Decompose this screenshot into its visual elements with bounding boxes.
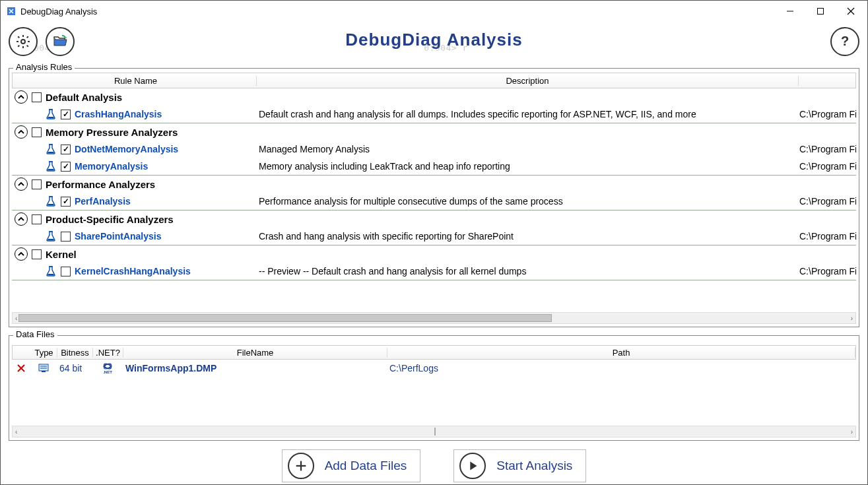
add-data-files-label: Add Data Files: [325, 459, 407, 473]
rule-checkbox[interactable]: [61, 110, 71, 119]
analysis-rules-label: Analysis Rules: [13, 62, 75, 72]
bottom-toolbar: Add Data Files Start Analysis: [1, 447, 867, 484]
files-col-type[interactable]: Type: [31, 348, 57, 358]
plus-icon: [288, 453, 314, 479]
rule-checkbox[interactable]: [61, 232, 71, 242]
svg-text:?: ?: [841, 34, 849, 48]
files-horizontal-scrollbar[interactable]: ‹ ›: [12, 426, 856, 437]
collapse-icon[interactable]: [15, 125, 28, 139]
group-name: Default Analysis: [46, 92, 122, 103]
files-col-net[interactable]: .NET?: [93, 348, 123, 358]
app-icon: [6, 6, 17, 16]
flask-icon: [45, 230, 57, 242]
rule-name-link[interactable]: PerfAnalysis: [75, 196, 131, 207]
rules-col-name[interactable]: Rule Name: [13, 76, 257, 86]
collapse-icon[interactable]: [15, 178, 28, 191]
rule-description: Default crash and hang analysis for all …: [256, 109, 799, 119]
group-checkbox[interactable]: [32, 92, 42, 102]
flask-icon: [45, 265, 57, 277]
file-name-link[interactable]: WinFormsApp1.DMP: [125, 363, 217, 373]
flask-icon: [45, 143, 57, 155]
play-icon: [459, 453, 486, 479]
rules-horizontal-scrollbar[interactable]: ‹ ›: [12, 312, 856, 324]
rule-name-link[interactable]: SharePointAnalysis: [75, 231, 162, 242]
rule-row[interactable]: CrashHangAnalysisDefault crash and hang …: [12, 106, 856, 123]
rule-row[interactable]: SharePointAnalysisCrash and hang analysi…: [12, 228, 856, 245]
svg-text:.NET: .NET: [103, 370, 112, 374]
titlebar: DebugDiag Analysis: [1, 1, 867, 22]
rule-description: Memory analysis including LeakTrack and …: [256, 161, 799, 172]
rule-group-header[interactable]: Product-Specific Analyzers: [12, 210, 856, 228]
rule-path: C:\Program Fi: [799, 161, 856, 172]
rules-header: Rule Name Description: [12, 73, 856, 88]
flask-icon: [45, 195, 57, 207]
group-name: Kernel: [46, 249, 77, 260]
banner: 0:004> r 0:004> r eax=024cca00 ebx=024cc…: [1, 22, 867, 61]
rule-group-header[interactable]: Performance Analyzers: [12, 176, 856, 193]
file-path: C:\PerfLogs: [387, 363, 856, 373]
rule-description: -- Preview -- Default crash and hang ana…: [256, 266, 799, 276]
group-checkbox[interactable]: [32, 214, 42, 224]
rule-group-header[interactable]: Kernel: [12, 245, 856, 263]
rule-row[interactable]: DotNetMemoryAnalysisManaged Memory Analy…: [12, 141, 856, 158]
rule-checkbox[interactable]: [61, 267, 71, 276]
rule-path: C:\Program Fi: [799, 266, 856, 276]
rule-name-link[interactable]: CrashHangAnalysis: [75, 109, 162, 119]
rule-name-link[interactable]: DotNetMemoryAnalysis: [75, 144, 178, 154]
rule-name-link[interactable]: MemoryAnalysis: [75, 161, 148, 172]
add-data-files-button[interactable]: Add Data Files: [282, 449, 421, 482]
rule-description: Performance analysis for multiple consec…: [256, 196, 799, 207]
flask-icon: [45, 160, 57, 172]
files-header: Type Bitness .NET? FileName Path: [12, 345, 856, 360]
file-row[interactable]: 64 bit.NETWinFormsApp1.DMPC:\PerfLogs: [12, 360, 856, 377]
group-checkbox[interactable]: [32, 127, 42, 137]
rules-col-desc[interactable]: Description: [257, 76, 799, 86]
rule-path: C:\Program Fi: [799, 144, 856, 154]
analysis-rules-section: Analysis Rules Rule Name Description Def…: [9, 68, 859, 327]
rule-row[interactable]: MemoryAnalysisMemory analysis including …: [12, 158, 856, 175]
group-name: Product-Specific Analyzers: [46, 214, 174, 225]
rule-path: C:\Program Fi: [799, 196, 856, 207]
collapse-icon[interactable]: [15, 247, 28, 261]
help-button[interactable]: ?: [830, 27, 859, 56]
rule-checkbox[interactable]: [61, 197, 71, 207]
rule-path: C:\Program Fi: [799, 109, 856, 119]
close-button[interactable]: [836, 1, 866, 21]
data-files-section: Data Files Type Bitness .NET? FileName P…: [9, 335, 859, 441]
group-checkbox[interactable]: [32, 249, 42, 259]
rule-group-header[interactable]: Memory Pressure Analyzers: [12, 123, 856, 141]
file-net-icon: .NET: [92, 362, 123, 374]
start-analysis-label: Start Analysis: [496, 459, 572, 473]
rule-group-header[interactable]: Default Analysis: [12, 88, 856, 106]
data-files-label: Data Files: [13, 329, 57, 339]
minimize-button[interactable]: [775, 1, 805, 21]
window-title: DebugDiag Analysis: [20, 7, 97, 16]
start-analysis-button[interactable]: Start Analysis: [453, 449, 586, 482]
files-col-bitness[interactable]: Bitness: [57, 348, 93, 358]
group-name: Performance Analyzers: [46, 179, 155, 190]
group-name: Memory Pressure Analyzers: [46, 127, 178, 138]
rule-row[interactable]: KernelCrashHangAnalysis -- Preview -- De…: [12, 263, 856, 280]
rule-description: Managed Memory Analysis: [256, 144, 799, 154]
banner-title: DebugDiag Analysis: [345, 30, 522, 50]
files-col-path[interactable]: Path: [387, 348, 855, 358]
rule-name-link[interactable]: KernelCrashHangAnalysis: [75, 266, 191, 276]
rule-description: Crash and hang analysis with specific re…: [256, 231, 799, 242]
svg-point-5: [21, 40, 25, 44]
rule-checkbox[interactable]: [61, 145, 71, 154]
rule-row[interactable]: PerfAnalysisPerformance analysis for mul…: [12, 193, 856, 210]
collapse-icon[interactable]: [15, 90, 28, 104]
settings-button[interactable]: [9, 27, 38, 56]
maximize-button[interactable]: [805, 1, 836, 21]
rule-checkbox[interactable]: [61, 162, 71, 172]
collapse-icon[interactable]: [15, 212, 28, 226]
open-folder-button[interactable]: [46, 27, 75, 56]
rule-path: C:\Program Fi: [799, 231, 856, 242]
svg-marker-26: [471, 462, 477, 470]
file-delete-button[interactable]: [12, 364, 30, 372]
files-col-filename[interactable]: FileName: [123, 348, 387, 358]
flask-icon: [45, 108, 57, 120]
svg-rect-17: [42, 371, 46, 372]
file-bitness: 64 bit: [57, 363, 92, 373]
group-checkbox[interactable]: [32, 179, 42, 189]
